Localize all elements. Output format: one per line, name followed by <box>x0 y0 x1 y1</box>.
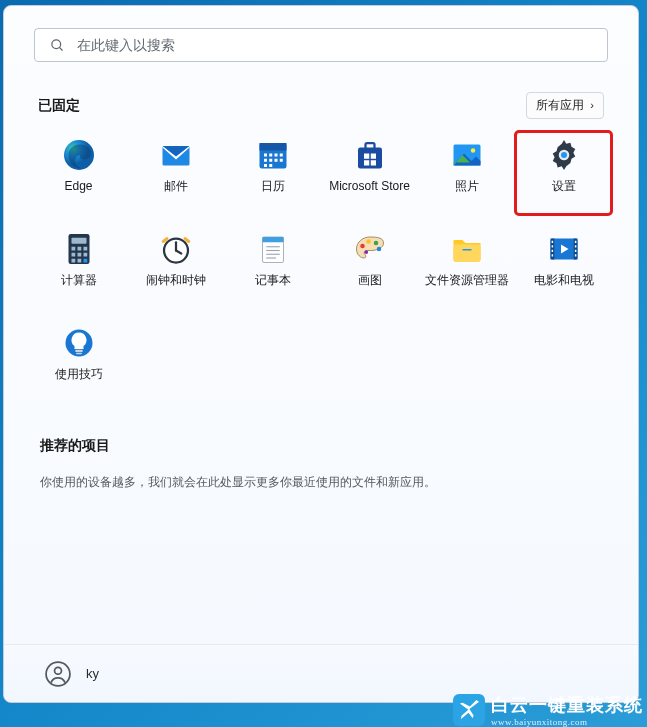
svg-line-1 <box>59 47 62 50</box>
pinned-header: 已固定 所有应用 › <box>4 92 638 119</box>
svg-point-51 <box>366 239 371 244</box>
svg-rect-70 <box>75 350 83 352</box>
edge-icon <box>61 137 97 173</box>
svg-rect-35 <box>71 253 75 257</box>
svg-rect-21 <box>370 154 375 159</box>
app-tile-edge[interactable]: Edge <box>30 131 127 215</box>
svg-rect-55 <box>453 245 480 262</box>
recommended-title: 推荐的项目 <box>40 437 602 455</box>
svg-rect-31 <box>71 238 86 244</box>
mail-icon <box>158 137 194 173</box>
svg-rect-8 <box>264 154 267 157</box>
app-label: 文件资源管理器 <box>425 273 509 287</box>
svg-rect-17 <box>269 164 272 167</box>
svg-point-54 <box>364 250 368 254</box>
app-label: 画图 <box>358 273 382 287</box>
svg-rect-22 <box>364 160 369 165</box>
search-bar[interactable] <box>34 28 608 62</box>
svg-rect-45 <box>262 237 283 242</box>
app-tile-notepad[interactable]: 记事本 <box>224 225 321 309</box>
recommended-message: 你使用的设备越多，我们就会在此处显示更多你最近使用的文件和新应用。 <box>40 473 602 491</box>
app-label: 计算器 <box>61 273 97 287</box>
svg-point-0 <box>51 39 60 48</box>
calendar-icon <box>255 137 291 173</box>
svg-rect-19 <box>365 143 374 149</box>
recommended-section: 推荐的项目 你使用的设备越多，我们就会在此处显示更多你最近使用的文件和新应用。 <box>4 437 638 491</box>
app-label: 闹钟和时钟 <box>146 273 206 287</box>
app-label: Microsoft Store <box>329 179 410 193</box>
app-tile-explorer[interactable]: 文件资源管理器 <box>418 225 515 309</box>
svg-rect-63 <box>551 254 553 256</box>
app-tile-movies[interactable]: 电影和电视 <box>515 225 612 309</box>
watermark-logo-icon <box>453 694 485 726</box>
svg-rect-11 <box>279 154 282 157</box>
svg-rect-14 <box>274 159 277 162</box>
watermark: 白云一键重装系统 www.baiyunxitong.com <box>453 693 643 727</box>
svg-rect-9 <box>269 154 272 157</box>
svg-rect-37 <box>83 253 87 257</box>
svg-rect-60 <box>551 241 553 243</box>
movies-icon <box>546 231 582 267</box>
app-label: 日历 <box>261 179 285 193</box>
paint-icon <box>352 231 388 267</box>
pinned-apps-grid: Edge邮件日历Microsoft Store照片设置计算器闹钟和时钟记事本画图… <box>4 119 638 403</box>
clock-icon <box>158 231 194 267</box>
settings-icon <box>546 137 582 173</box>
app-tile-paint[interactable]: 画图 <box>321 225 418 309</box>
app-tile-calendar[interactable]: 日历 <box>224 131 321 215</box>
watermark-subtitle: www.baiyunxitong.com <box>491 717 643 727</box>
svg-rect-61 <box>551 245 553 247</box>
all-apps-button[interactable]: 所有应用 › <box>526 92 604 119</box>
app-tile-clock[interactable]: 闹钟和时钟 <box>127 225 224 309</box>
search-input[interactable] <box>77 37 593 53</box>
watermark-title: 白云一键重装系统 <box>491 693 643 717</box>
svg-rect-18 <box>358 148 382 169</box>
notepad-icon <box>255 231 291 267</box>
svg-rect-71 <box>76 353 82 355</box>
svg-point-73 <box>55 667 62 674</box>
svg-rect-16 <box>264 164 267 167</box>
watermark-text: 白云一键重装系统 www.baiyunxitong.com <box>491 693 643 727</box>
app-label: 设置 <box>552 179 576 193</box>
app-tile-settings[interactable]: 设置 <box>515 131 612 215</box>
svg-rect-12 <box>264 159 267 162</box>
svg-rect-38 <box>71 259 75 263</box>
calculator-icon <box>61 231 97 267</box>
svg-rect-65 <box>574 245 576 247</box>
svg-rect-64 <box>574 241 576 243</box>
user-name[interactable]: ky <box>86 666 99 681</box>
svg-rect-20 <box>364 154 369 159</box>
svg-rect-66 <box>574 250 576 252</box>
app-label: 使用技巧 <box>55 367 103 381</box>
svg-rect-39 <box>77 259 81 263</box>
svg-rect-7 <box>259 143 286 151</box>
svg-rect-33 <box>77 247 81 251</box>
app-label: 邮件 <box>164 179 188 193</box>
svg-point-29 <box>561 152 567 158</box>
app-label: 照片 <box>455 179 479 193</box>
app-label: 电影和电视 <box>534 273 594 287</box>
svg-rect-23 <box>370 160 375 165</box>
svg-rect-15 <box>279 159 282 162</box>
app-tile-store[interactable]: Microsoft Store <box>321 131 418 215</box>
svg-point-50 <box>360 244 365 249</box>
app-tile-tips[interactable]: 使用技巧 <box>30 319 127 403</box>
svg-rect-67 <box>574 254 576 256</box>
avatar-icon[interactable] <box>44 660 72 688</box>
app-tile-calculator[interactable]: 计算器 <box>30 225 127 309</box>
svg-rect-36 <box>77 253 81 257</box>
app-label: Edge <box>64 179 92 193</box>
app-tile-mail[interactable]: 邮件 <box>127 131 224 215</box>
svg-rect-10 <box>274 154 277 157</box>
svg-point-53 <box>376 247 381 252</box>
svg-rect-62 <box>551 250 553 252</box>
start-menu-panel: 已固定 所有应用 › Edge邮件日历Microsoft Store照片设置计算… <box>3 5 639 703</box>
svg-point-52 <box>373 241 378 246</box>
tips-icon <box>61 325 97 361</box>
app-label: 记事本 <box>255 273 291 287</box>
svg-rect-32 <box>71 247 75 251</box>
svg-rect-40 <box>83 259 87 263</box>
pinned-title: 已固定 <box>38 97 80 115</box>
chevron-right-icon: › <box>590 100 594 111</box>
app-tile-photos[interactable]: 照片 <box>418 131 515 215</box>
